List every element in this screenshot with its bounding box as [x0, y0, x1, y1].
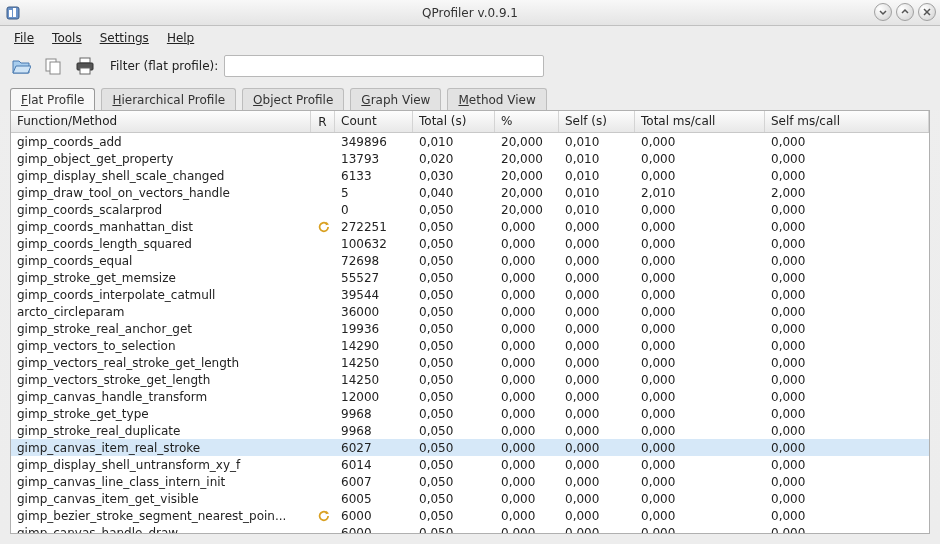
col-header-function[interactable]: Function/Method	[11, 111, 311, 132]
open-button[interactable]	[8, 53, 34, 79]
table-row[interactable]: gimp_draw_tool_on_vectors_handle50,04020…	[11, 184, 929, 201]
cell-function: gimp_bezier_stroke_segment_nearest_poin.…	[11, 508, 311, 524]
table-row[interactable]: gimp_vectors_to_selection142900,0500,000…	[11, 337, 929, 354]
cell-pct: 0,000	[495, 440, 559, 456]
menu-help[interactable]: Help	[159, 28, 202, 48]
cell-tmsc: 0,000	[635, 355, 765, 371]
copy-button[interactable]	[40, 53, 66, 79]
cell-function: gimp_canvas_handle_draw	[11, 525, 311, 534]
cell-count: 6005	[335, 491, 413, 507]
tab-1[interactable]: Hierarchical Profile	[101, 88, 236, 110]
table-row[interactable]: gimp_coords_manhattan_dist2722510,0500,0…	[11, 218, 929, 235]
cell-total: 0,030	[413, 168, 495, 184]
table-header: Function/Method R Count Total (s) % Self…	[11, 111, 929, 133]
cell-function: gimp_coords_add	[11, 134, 311, 150]
cell-self: 0,000	[559, 270, 635, 286]
cell-count: 6014	[335, 457, 413, 473]
minimize-button[interactable]	[874, 3, 892, 21]
cell-function: gimp_canvas_item_real_stroke	[11, 440, 311, 456]
col-header-self[interactable]: Self (s)	[559, 111, 635, 132]
tab-3[interactable]: Graph View	[350, 88, 441, 110]
cell-pct: 0,000	[495, 406, 559, 422]
table-row[interactable]: gimp_coords_scalarprod00,05020,0000,0100…	[11, 201, 929, 218]
tab-4[interactable]: Method View	[447, 88, 546, 110]
cell-self: 0,010	[559, 134, 635, 150]
cell-self: 0,000	[559, 423, 635, 439]
cell-count: 0	[335, 202, 413, 218]
table-row[interactable]: gimp_object_get_property137930,02020,000…	[11, 150, 929, 167]
table-row[interactable]: gimp_display_shell_untransform_xy_f60140…	[11, 456, 929, 473]
cell-pct: 0,000	[495, 236, 559, 252]
table-row[interactable]: gimp_canvas_handle_draw60000,0500,0000,0…	[11, 524, 929, 533]
cell-smsc: 0,000	[765, 389, 929, 405]
cell-pct: 0,000	[495, 219, 559, 235]
cell-r	[311, 447, 335, 449]
table-row[interactable]: gimp_vectors_real_stroke_get_length14250…	[11, 354, 929, 371]
titlebar: QProfiler v.0.9.1	[0, 0, 940, 26]
cell-function: gimp_vectors_real_stroke_get_length	[11, 355, 311, 371]
cell-function: gimp_vectors_stroke_get_length	[11, 372, 311, 388]
cell-total: 0,050	[413, 355, 495, 371]
cell-count: 272251	[335, 219, 413, 235]
cell-r	[311, 362, 335, 364]
menu-settings[interactable]: Settings	[92, 28, 157, 48]
tab-0[interactable]: Flat Profile	[10, 88, 95, 110]
table-row[interactable]: gimp_stroke_get_memsize555270,0500,0000,…	[11, 269, 929, 286]
cell-function: gimp_display_shell_untransform_xy_f	[11, 457, 311, 473]
col-header-tmsc[interactable]: Total ms/call	[635, 111, 765, 132]
col-header-smsc[interactable]: Self ms/call	[765, 111, 929, 132]
cell-tmsc: 0,000	[635, 372, 765, 388]
table-row[interactable]: gimp_canvas_handle_transform120000,0500,…	[11, 388, 929, 405]
menu-tools[interactable]: Tools	[44, 28, 90, 48]
cell-pct: 0,000	[495, 474, 559, 490]
cell-smsc: 0,000	[765, 423, 929, 439]
table-row[interactable]: gimp_canvas_item_get_visible60050,0500,0…	[11, 490, 929, 507]
cell-tmsc: 0,000	[635, 457, 765, 473]
close-button[interactable]	[918, 3, 936, 21]
table-row[interactable]: gimp_bezier_stroke_segment_nearest_poin.…	[11, 507, 929, 524]
cell-function: gimp_vectors_to_selection	[11, 338, 311, 354]
cell-total: 0,050	[413, 423, 495, 439]
cell-tmsc: 0,000	[635, 474, 765, 490]
cell-smsc: 0,000	[765, 457, 929, 473]
cell-tmsc: 0,000	[635, 236, 765, 252]
table-row[interactable]: gimp_canvas_line_class_intern_init60070,…	[11, 473, 929, 490]
cell-total: 0,050	[413, 457, 495, 473]
print-button[interactable]	[72, 53, 98, 79]
table-row[interactable]: gimp_coords_add3498960,01020,0000,0100,0…	[11, 133, 929, 150]
table-row[interactable]: gimp_coords_equal726980,0500,0000,0000,0…	[11, 252, 929, 269]
table-row[interactable]: gimp_stroke_real_anchor_get199360,0500,0…	[11, 320, 929, 337]
table-body[interactable]: gimp_coords_add3498960,01020,0000,0100,0…	[11, 133, 929, 533]
cell-tmsc: 0,000	[635, 423, 765, 439]
cell-pct: 20,000	[495, 202, 559, 218]
cell-function: gimp_stroke_real_anchor_get	[11, 321, 311, 337]
cell-function: gimp_object_get_property	[11, 151, 311, 167]
cell-total: 0,050	[413, 304, 495, 320]
svg-rect-9	[80, 68, 90, 74]
col-header-count[interactable]: Count	[335, 111, 413, 132]
maximize-button[interactable]	[896, 3, 914, 21]
col-header-r[interactable]: R	[311, 111, 335, 132]
cell-r	[311, 328, 335, 330]
cell-total: 0,050	[413, 440, 495, 456]
cell-total: 0,050	[413, 491, 495, 507]
table-row[interactable]: gimp_canvas_item_real_stroke60270,0500,0…	[11, 439, 929, 456]
cell-self: 0,000	[559, 491, 635, 507]
table-row[interactable]: gimp_stroke_get_type99680,0500,0000,0000…	[11, 405, 929, 422]
cell-total: 0,020	[413, 151, 495, 167]
table-row[interactable]: arcto_circleparam360000,0500,0000,0000,0…	[11, 303, 929, 320]
table-row[interactable]: gimp_stroke_real_duplicate99680,0500,000…	[11, 422, 929, 439]
col-header-total[interactable]: Total (s)	[413, 111, 495, 132]
cell-total: 0,050	[413, 389, 495, 405]
filter-input[interactable]	[224, 55, 544, 77]
col-header-pct[interactable]: %	[495, 111, 559, 132]
menu-file[interactable]: File	[6, 28, 42, 48]
table-row[interactable]: gimp_display_shell_scale_changed61330,03…	[11, 167, 929, 184]
cell-pct: 0,000	[495, 355, 559, 371]
tab-2[interactable]: Object Profile	[242, 88, 344, 110]
cell-smsc: 0,000	[765, 338, 929, 354]
table-row[interactable]: gimp_coords_length_squared1006320,0500,0…	[11, 235, 929, 252]
table-row[interactable]: gimp_coords_interpolate_catmull395440,05…	[11, 286, 929, 303]
cell-tmsc: 0,000	[635, 151, 765, 167]
table-row[interactable]: gimp_vectors_stroke_get_length142500,050…	[11, 371, 929, 388]
